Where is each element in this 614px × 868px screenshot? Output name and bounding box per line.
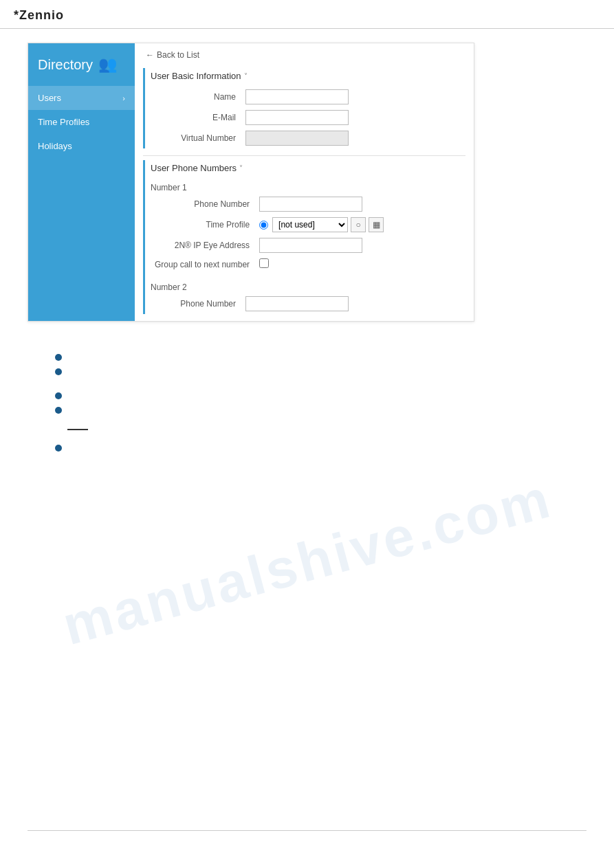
email-field-row: E-Mail bbox=[151, 107, 465, 128]
bullet-dot-4 bbox=[55, 407, 62, 414]
bullet-dot-5 bbox=[55, 445, 62, 452]
bullet-section bbox=[55, 342, 559, 461]
ip-eye-address-label: 2N® IP Eye Address bbox=[151, 235, 254, 256]
bullet-dot-1 bbox=[55, 354, 62, 361]
logo: *Zennio bbox=[14, 8, 600, 23]
basic-info-caret-icon: ˅ bbox=[244, 72, 248, 80]
sidebar: Directory 👥 Users › Time Profiles Holida… bbox=[28, 43, 135, 321]
time-profile-calendar-button[interactable]: ▦ bbox=[369, 217, 384, 232]
phone-number1-input-cell bbox=[254, 194, 465, 214]
virtual-number-input bbox=[245, 131, 349, 146]
bullet-dot-2 bbox=[55, 368, 62, 375]
section-divider bbox=[143, 155, 465, 156]
time-profile-label: Time Profile bbox=[151, 214, 254, 235]
phone-numbers-title: User Phone Numbers bbox=[151, 163, 237, 173]
directory-panel: Directory 👥 Users › Time Profiles Holida… bbox=[28, 43, 474, 322]
back-to-list-label: Back to List bbox=[157, 50, 199, 60]
bullet-item-5 bbox=[55, 440, 559, 454]
content-area: manualshive.com bbox=[28, 322, 586, 803]
basic-info-form: Name E-Mail Virtual Number bbox=[151, 87, 465, 148]
right-panel: ← Back to List User Basic Information ˅ … bbox=[135, 43, 474, 321]
basic-info-header: User Basic Information ˅ bbox=[151, 68, 465, 87]
top-bar: *Zennio bbox=[0, 0, 614, 29]
ip-eye-address-row: 2N® IP Eye Address bbox=[151, 235, 465, 256]
sidebar-item-label: Time Profiles bbox=[38, 117, 89, 127]
horizontal-rule bbox=[67, 429, 88, 430]
number2-label: Number 2 bbox=[151, 278, 465, 293]
bullet-item-3 bbox=[55, 388, 559, 402]
phone-number2-input-cell bbox=[240, 293, 465, 314]
sidebar-title: Directory 👥 bbox=[28, 43, 135, 80]
watermark: manualshive.com bbox=[56, 467, 558, 658]
bullet-item-2 bbox=[55, 364, 559, 378]
group-call-input-cell bbox=[254, 256, 465, 273]
chevron-right-icon: › bbox=[122, 94, 125, 102]
name-field-row: Name bbox=[151, 87, 465, 107]
number2-form: Phone Number bbox=[151, 293, 465, 314]
virtual-number-input-cell bbox=[240, 128, 465, 148]
phone-numbers-header: User Phone Numbers ˅ bbox=[151, 160, 465, 179]
sidebar-item-holidays[interactable]: Holidays bbox=[28, 134, 135, 158]
virtual-number-field-row: Virtual Number bbox=[151, 128, 465, 148]
number1-form: Phone Number Time Profile bbox=[151, 194, 465, 273]
email-input[interactable] bbox=[245, 110, 349, 125]
sidebar-item-label: Holidays bbox=[38, 141, 72, 151]
time-profile-select[interactable]: [not used] Profile 1 Profile 2 bbox=[272, 217, 348, 232]
sidebar-item-label: Users bbox=[38, 93, 61, 103]
name-input-cell bbox=[240, 87, 465, 107]
time-profile-row: Time Profile [not used] Profile 1 Profil… bbox=[151, 214, 465, 235]
ip-eye-address-input-cell bbox=[254, 235, 465, 256]
bullet-item-4 bbox=[55, 402, 559, 416]
time-profile-reset-button[interactable]: ○ bbox=[351, 217, 366, 232]
phone-numbers-section: User Phone Numbers ˅ Number 1 Phone Numb… bbox=[143, 160, 465, 314]
phone-number2-row: Phone Number bbox=[151, 293, 465, 314]
users-icon: 👥 bbox=[98, 56, 117, 74]
basic-info-section: User Basic Information ˅ Name E-Mail bbox=[143, 68, 465, 148]
group-call-label: Group call to next number bbox=[151, 256, 254, 273]
sidebar-item-time-profiles[interactable]: Time Profiles bbox=[28, 110, 135, 134]
name-input[interactable] bbox=[245, 89, 349, 104]
bullet-item-1 bbox=[55, 349, 559, 364]
sidebar-item-users[interactable]: Users › bbox=[28, 86, 135, 110]
phone-number2-label: Phone Number bbox=[151, 293, 240, 314]
email-label: E-Mail bbox=[151, 107, 240, 128]
sidebar-nav: Users › Time Profiles Holidays bbox=[28, 86, 135, 158]
phone-number1-input[interactable] bbox=[259, 197, 362, 212]
ip-eye-address-input[interactable] bbox=[259, 238, 362, 253]
bullet-dot-3 bbox=[55, 392, 62, 399]
phone-numbers-caret-icon: ˅ bbox=[239, 164, 243, 172]
directory-title: Directory bbox=[38, 57, 93, 73]
group-call-checkbox[interactable] bbox=[259, 258, 269, 268]
main-content: Directory 👥 Users › Time Profiles Holida… bbox=[0, 29, 614, 847]
back-arrow-icon: ← bbox=[146, 50, 154, 60]
group-call-row: Group call to next number bbox=[151, 256, 465, 273]
name-label: Name bbox=[151, 87, 240, 107]
bottom-bar bbox=[28, 830, 586, 834]
phone-number1-label: Phone Number bbox=[151, 194, 254, 214]
email-input-cell bbox=[240, 107, 465, 128]
number1-label: Number 1 bbox=[151, 179, 465, 194]
time-profile-radio[interactable] bbox=[259, 221, 268, 230]
phone-number1-row: Phone Number bbox=[151, 194, 465, 214]
basic-info-title: User Basic Information bbox=[151, 71, 241, 81]
time-profile-controls: [not used] Profile 1 Profile 2 ○ ▦ bbox=[259, 217, 461, 232]
phone-number2-input[interactable] bbox=[245, 296, 349, 311]
time-profile-input-cell: [not used] Profile 1 Profile 2 ○ ▦ bbox=[254, 214, 465, 235]
virtual-number-label: Virtual Number bbox=[151, 128, 240, 148]
back-to-list-link[interactable]: ← Back to List bbox=[135, 43, 474, 64]
